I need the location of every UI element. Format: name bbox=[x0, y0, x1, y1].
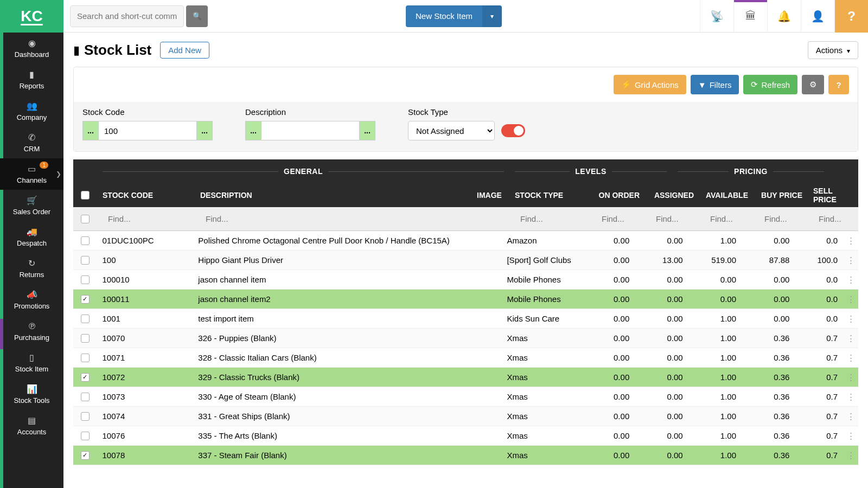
col-available[interactable]: AVAILABLE bbox=[699, 191, 754, 200]
table-row[interactable]: 10078337 - Steam Fair (Blank)Xmas0.000.0… bbox=[73, 446, 858, 465]
description-input[interactable] bbox=[261, 121, 359, 140]
row-menu-icon[interactable]: ⋮ bbox=[843, 392, 858, 402]
top-center: New Stock Item bbox=[208, 5, 700, 27]
find-description[interactable] bbox=[200, 207, 466, 230]
row-checkbox[interactable] bbox=[81, 432, 90, 440]
new-stock-dropdown[interactable] bbox=[482, 5, 502, 27]
stock-code-prefix-button[interactable]: ... bbox=[82, 121, 99, 140]
sidebar-item-company[interactable]: 👥Company bbox=[0, 95, 63, 127]
find-stock-type[interactable] bbox=[515, 207, 585, 230]
row-checkbox[interactable] bbox=[81, 451, 90, 460]
refresh-button[interactable]: ⟳Refresh bbox=[743, 75, 797, 94]
description-suffix-button[interactable]: ... bbox=[359, 121, 375, 140]
row-menu-icon[interactable]: ⋮ bbox=[843, 451, 858, 460]
filter-stock-type: Stock Type Not Assigned bbox=[408, 107, 525, 140]
actions-button[interactable]: Actions bbox=[808, 41, 858, 59]
row-checkbox[interactable] bbox=[81, 314, 90, 323]
row-checkbox[interactable] bbox=[81, 275, 90, 284]
grid-actions-button[interactable]: ⚡Grid Actions bbox=[614, 75, 686, 94]
col-sell-price[interactable]: SELL PRICE bbox=[808, 187, 857, 204]
col-stock-code[interactable]: STOCK CODE bbox=[97, 191, 195, 200]
table-row[interactable]: 100011jason channel item2Mobile Phones0.… bbox=[73, 290, 858, 309]
row-checkbox[interactable] bbox=[81, 393, 90, 401]
sidebar-item-crm[interactable]: ✆CRM bbox=[0, 127, 63, 158]
row-menu-icon[interactable]: ⋮ bbox=[843, 314, 858, 324]
row-checkbox[interactable] bbox=[81, 373, 90, 382]
logo[interactable]: KC bbox=[0, 0, 63, 33]
sidebar-item-despatch[interactable]: 🚚Despatch bbox=[0, 221, 63, 253]
table-row[interactable]: 1001test import itemKids Sun Care0.000.0… bbox=[73, 309, 858, 329]
sidebar-item-channels[interactable]: ▭Channels1❯ bbox=[0, 158, 63, 190]
help-button[interactable]: ? bbox=[828, 75, 849, 94]
sidebar-item-promotions[interactable]: 📣Promotions bbox=[0, 284, 63, 316]
user-avatar[interactable]: 👤 bbox=[801, 0, 834, 33]
cell-stock-type: Xmas bbox=[501, 353, 581, 362]
col-assigned[interactable]: ASSIGNED bbox=[645, 191, 699, 200]
new-stock-item-button[interactable]: New Stock Item bbox=[406, 5, 482, 27]
col-description[interactable]: DESCRIPTION bbox=[195, 191, 471, 200]
table-row[interactable]: 10076335 - The Arts (Blank)Xmas0.000.001… bbox=[73, 426, 858, 446]
col-image[interactable]: IMAGE bbox=[471, 191, 509, 200]
settings-button[interactable]: ⚙ bbox=[802, 75, 824, 94]
row-menu-icon[interactable]: ⋮ bbox=[843, 412, 858, 421]
table-row[interactable]: 10074331 - Great Ships (Blank)Xmas0.000.… bbox=[73, 407, 858, 426]
sidebar-item-returns[interactable]: ↻Returns bbox=[0, 253, 63, 284]
cell-sell-price: 0.7 bbox=[795, 353, 843, 362]
stock-code-suffix-button[interactable]: ... bbox=[196, 121, 213, 140]
cell-stock-type: Mobile Phones bbox=[501, 294, 581, 304]
filter-toggle[interactable] bbox=[501, 124, 525, 137]
bell-icon[interactable]: 🔔 bbox=[767, 0, 801, 33]
find-buy-price[interactable] bbox=[759, 207, 802, 230]
col-buy-price[interactable]: BUY PRICE bbox=[754, 191, 808, 200]
row-menu-icon[interactable]: ⋮ bbox=[843, 431, 858, 441]
sidebar-item-stock-item[interactable]: ▯Stock Item bbox=[0, 347, 63, 378]
filters-button[interactable]: ▼Filters bbox=[691, 75, 739, 94]
table-row[interactable]: 100010jason channel itemMobile Phones0.0… bbox=[73, 270, 858, 290]
sidebar-item-purchasing[interactable]: ℗Purchasing bbox=[0, 316, 63, 347]
search-button[interactable]: 🔍 bbox=[186, 5, 208, 27]
stock-type-select[interactable]: Not Assigned bbox=[408, 121, 495, 140]
row-checkbox[interactable] bbox=[81, 354, 90, 362]
row-menu-icon[interactable]: ⋮ bbox=[843, 353, 858, 363]
search-input[interactable] bbox=[70, 5, 184, 27]
find-on-order[interactable] bbox=[596, 207, 640, 230]
filter-checkbox[interactable] bbox=[81, 215, 90, 223]
table-row[interactable]: 10071328 - Classic Italian Cars (Blank)X… bbox=[73, 348, 858, 368]
find-available[interactable] bbox=[705, 207, 748, 230]
row-menu-icon[interactable]: ⋮ bbox=[843, 275, 858, 285]
find-assigned[interactable] bbox=[650, 207, 694, 230]
sidebar-item-stock-tools[interactable]: 📊Stock Tools bbox=[0, 378, 63, 410]
sidebar-item-reports[interactable]: ▮Reports bbox=[0, 64, 63, 95]
row-menu-icon[interactable]: ⋮ bbox=[843, 236, 858, 246]
col-on-order[interactable]: ON ORDER bbox=[591, 191, 645, 200]
row-menu-icon[interactable]: ⋮ bbox=[843, 255, 858, 265]
row-menu-icon[interactable]: ⋮ bbox=[843, 373, 858, 382]
add-new-button[interactable]: Add New bbox=[160, 42, 209, 59]
row-menu-icon[interactable]: ⋮ bbox=[843, 294, 858, 304]
find-sell-price[interactable] bbox=[813, 207, 851, 230]
description-prefix-button[interactable]: ... bbox=[245, 121, 261, 140]
table-row[interactable]: 10070326 - Puppies (Blank)Xmas0.000.001.… bbox=[73, 329, 858, 348]
row-menu-icon[interactable]: ⋮ bbox=[843, 333, 858, 343]
row-checkbox[interactable] bbox=[81, 334, 90, 343]
lightning-icon: ⚡ bbox=[621, 80, 631, 89]
scanner-icon[interactable]: 📡 bbox=[700, 0, 733, 33]
table-row[interactable]: 10073330 - Age of Steam (Blank)Xmas0.000… bbox=[73, 387, 858, 407]
select-all-checkbox[interactable] bbox=[81, 191, 90, 200]
stock-code-input[interactable] bbox=[99, 121, 196, 140]
row-checkbox[interactable] bbox=[81, 412, 90, 421]
col-stock-type[interactable]: STOCK TYPE bbox=[509, 191, 591, 200]
row-checkbox[interactable] bbox=[81, 236, 90, 245]
find-stock-code[interactable] bbox=[103, 207, 189, 230]
building-icon[interactable]: 🏛 bbox=[733, 0, 767, 33]
sidebar-item-dashboard[interactable]: ◉Dashboard bbox=[0, 33, 63, 64]
row-checkbox[interactable] bbox=[81, 295, 90, 304]
sidebar-item-accounts[interactable]: ▤Accounts bbox=[0, 410, 63, 441]
sidebar-item-sales-order[interactable]: 🛒Sales Order bbox=[0, 190, 63, 221]
row-checkbox[interactable] bbox=[81, 256, 90, 265]
table-row[interactable]: 01DUC100PCPolished Chrome Octagonal Cent… bbox=[73, 231, 858, 251]
sidebar-icon: ↻ bbox=[2, 258, 61, 268]
top-help-button[interactable]: ? bbox=[834, 0, 868, 33]
table-row[interactable]: 100Hippo Giant Plus Driver[Sport] Golf C… bbox=[73, 251, 858, 270]
table-row[interactable]: 10072329 - Classic Trucks (Blank)Xmas0.0… bbox=[73, 368, 858, 387]
